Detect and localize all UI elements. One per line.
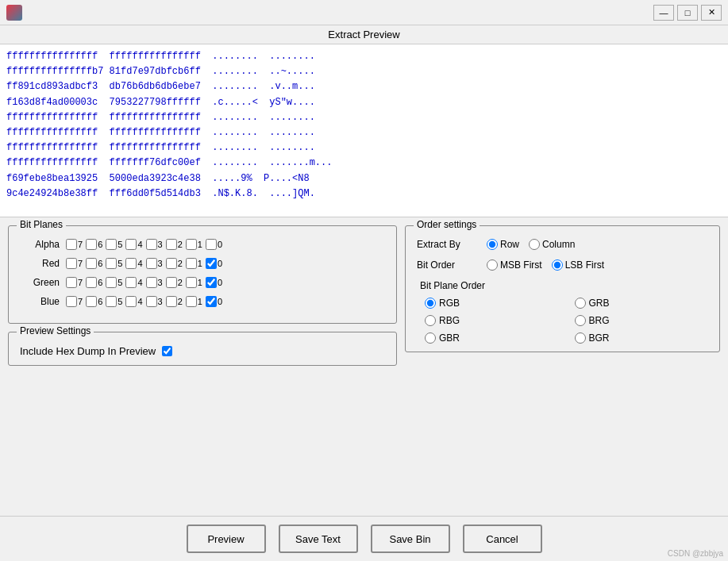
bpo-rgb-option[interactable]: RGB [425, 298, 559, 309]
bpo-brg-radio[interactable] [575, 315, 586, 326]
bit-cb-group-blue-5[interactable]: 5 [106, 296, 122, 307]
bpo-brg-label: BRG [589, 315, 610, 326]
bit-checkbox-red-3[interactable] [146, 258, 157, 269]
bit-checkbox-alpha-2[interactable] [166, 239, 177, 250]
bit-checkbox-blue-2[interactable] [166, 296, 177, 307]
bit-cb-group-alpha-4[interactable]: 4 [125, 239, 142, 250]
bit-cb-group-green-1[interactable]: 1 [186, 277, 202, 288]
bit-cb-group-blue-2[interactable]: 2 [166, 296, 183, 307]
bit-cb-group-blue-6[interactable]: 6 [86, 296, 102, 307]
bit-checkbox-blue-6[interactable] [86, 296, 97, 307]
bit-cb-group-alpha-2[interactable]: 2 [166, 239, 183, 250]
cancel-button[interactable]: Cancel [463, 524, 542, 553]
bit-cb-group-red-3[interactable]: 3 [146, 258, 163, 269]
bit-checkbox-alpha-6[interactable] [86, 239, 97, 250]
extract-by-row-option[interactable]: Row [487, 239, 519, 250]
bit-checkbox-red-6[interactable] [86, 258, 97, 269]
lsb-first-label: LSB First [565, 259, 604, 271]
bit-checkbox-blue-5[interactable] [106, 296, 117, 307]
bit-cb-group-green-7[interactable]: 7 [66, 277, 83, 288]
bit-cb-group-red-1[interactable]: 1 [186, 258, 202, 269]
msb-first-radio[interactable] [487, 259, 498, 271]
bit-cb-group-green-3[interactable]: 3 [146, 277, 163, 288]
bpo-bgr-option[interactable]: BGR [575, 332, 709, 344]
bit-cb-group-alpha-6[interactable]: 6 [86, 239, 102, 250]
bpo-rbg-radio[interactable] [425, 315, 436, 326]
save-text-button[interactable]: Save Text [279, 524, 358, 553]
bit-checkbox-red-4[interactable] [125, 258, 137, 269]
bit-checkbox-green-4[interactable] [125, 277, 137, 288]
bit-checkbox-red-5[interactable] [106, 258, 117, 269]
bit-cb-group-blue-1[interactable]: 1 [186, 296, 202, 307]
extract-by-column-radio-label: Column [542, 239, 575, 250]
bit-cb-group-green-0[interactable]: 0 [206, 277, 222, 288]
maximize-button[interactable]: □ [677, 5, 698, 21]
bit-cb-group-green-2[interactable]: 2 [166, 277, 183, 288]
hex-preview-area[interactable]: ffffffffffffffff ffffffffffffffff ......… [0, 44, 728, 217]
bit-checkbox-green-0[interactable] [206, 277, 217, 288]
include-hex-checkbox[interactable] [162, 346, 172, 356]
bit-cb-group-red-7[interactable]: 7 [66, 258, 83, 269]
bpo-brg-option[interactable]: BRG [575, 315, 709, 326]
bit-cb-group-blue-0[interactable]: 0 [206, 296, 222, 307]
bit-checkbox-blue-1[interactable] [186, 296, 197, 307]
bit-cb-group-blue-4[interactable]: 4 [125, 296, 142, 307]
lsb-first-radio[interactable] [552, 259, 563, 271]
bit-cb-group-red-6[interactable]: 6 [86, 258, 102, 269]
close-button[interactable]: ✕ [701, 5, 722, 21]
bit-checkbox-red-1[interactable] [186, 258, 197, 269]
bit-cb-group-red-2[interactable]: 2 [166, 258, 183, 269]
bpo-grb-option[interactable]: GRB [575, 298, 709, 309]
bit-cb-group-green-4[interactable]: 4 [125, 277, 142, 288]
bit-checkbox-green-2[interactable] [166, 277, 177, 288]
bit-cb-group-red-0[interactable]: 0 [206, 258, 222, 269]
lsb-first-option[interactable]: LSB First [552, 259, 604, 271]
bit-checkbox-green-6[interactable] [86, 277, 97, 288]
bpo-rbg-option[interactable]: RBG [425, 315, 559, 326]
bit-checkbox-alpha-1[interactable] [186, 239, 197, 250]
msb-first-option[interactable]: MSB First [487, 259, 542, 271]
bpo-grb-radio[interactable] [575, 298, 586, 309]
bit-cb-group-alpha-5[interactable]: 5 [106, 239, 122, 250]
bit-checkbox-alpha-4[interactable] [125, 239, 137, 250]
bit-cb-group-green-6[interactable]: 6 [86, 277, 102, 288]
bpo-gbr-option[interactable]: GBR [425, 332, 559, 344]
minimize-button[interactable]: — [653, 5, 674, 21]
bit-checkbox-green-3[interactable] [146, 277, 157, 288]
bit-cb-group-alpha-1[interactable]: 1 [186, 239, 202, 250]
bit-checkbox-alpha-7[interactable] [66, 239, 77, 250]
bit-checkbox-green-5[interactable] [106, 277, 117, 288]
save-bin-button[interactable]: Save Bin [371, 524, 450, 553]
bit-cb-group-alpha-7[interactable]: 7 [66, 239, 83, 250]
bit-cb-group-red-5[interactable]: 5 [106, 258, 122, 269]
bit-cb-group-green-5[interactable]: 5 [106, 277, 122, 288]
bit-checkbox-alpha-3[interactable] [146, 239, 157, 250]
preview-button[interactable]: Preview [187, 524, 266, 553]
bit-plane-order-grid: RGB GRB RBG BRG [425, 298, 708, 344]
bit-checkbox-blue-3[interactable] [146, 296, 157, 307]
bpo-bgr-radio[interactable] [575, 332, 586, 344]
bit-checkbox-red-0[interactable] [206, 258, 217, 269]
bit-checkbox-blue-7[interactable] [66, 296, 77, 307]
bpo-rgb-radio[interactable] [425, 298, 436, 309]
hex-line: ffffffffffffffff ffffffffffffffff ......… [6, 49, 722, 64]
bit-cb-group-alpha-3[interactable]: 3 [146, 239, 163, 250]
extract-by-row-radio[interactable] [487, 239, 498, 250]
title-bar-controls[interactable]: — □ ✕ [653, 5, 722, 21]
bit-checkbox-green-1[interactable] [186, 277, 197, 288]
bit-cb-group-red-4[interactable]: 4 [125, 258, 142, 269]
bpo-gbr-radio[interactable] [425, 332, 436, 344]
bit-checkbox-blue-0[interactable] [206, 296, 217, 307]
extract-by-column-option[interactable]: Column [529, 239, 575, 250]
bpo-rbg-label: RBG [439, 315, 460, 326]
bit-checkbox-alpha-0[interactable] [206, 239, 217, 250]
bit-cb-group-blue-7[interactable]: 7 [66, 296, 83, 307]
bit-checkbox-green-7[interactable] [66, 277, 77, 288]
bit-checkbox-alpha-5[interactable] [106, 239, 117, 250]
bit-checkbox-red-7[interactable] [66, 258, 77, 269]
bit-checkbox-blue-4[interactable] [125, 296, 137, 307]
bit-cb-group-alpha-0[interactable]: 0 [206, 239, 222, 250]
extract-by-column-radio[interactable] [529, 239, 540, 250]
bit-checkbox-red-2[interactable] [166, 258, 177, 269]
bit-cb-group-blue-3[interactable]: 3 [146, 296, 163, 307]
